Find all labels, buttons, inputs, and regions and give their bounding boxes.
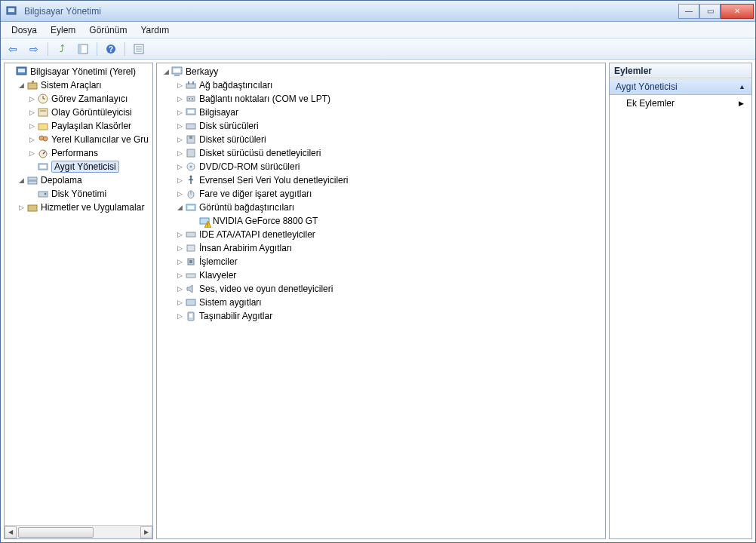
close-button[interactable]: ✕	[721, 4, 754, 19]
hscroll-thumb[interactable]	[18, 527, 94, 538]
properties-button[interactable]	[130, 41, 148, 57]
show-hide-tree-button[interactable]	[74, 41, 92, 57]
expand-toggle[interactable]: ▷	[175, 189, 184, 198]
expand-toggle[interactable]: ▷	[27, 108, 36, 117]
help-button[interactable]: ?	[102, 41, 120, 57]
menu-help[interactable]: Yardım	[134, 23, 175, 37]
expand-toggle[interactable]: ▷	[17, 203, 26, 212]
expand-toggle[interactable]: ▷	[175, 81, 184, 90]
collapse-toggle[interactable]: ◢	[175, 203, 184, 212]
device-cat-cpu[interactable]: ▷İşlemciler	[157, 255, 605, 268]
tree-label: Taşınabilir Aygıtlar	[199, 311, 272, 321]
tree-storage[interactable]: ◢ Depolama	[5, 173, 152, 187]
device-cat-keyboard[interactable]: ▷Klavyeler	[157, 268, 605, 282]
window-controls: — ▭ ✕	[678, 4, 754, 19]
device-cat-floppy[interactable]: ▷Disket sürücüleri	[157, 133, 605, 146]
expand-toggle[interactable]: ▷	[175, 284, 184, 293]
tree-label: DVD/CD-ROM sürücüleri	[199, 161, 300, 172]
toolbar: ⇦ ⇨ ⤴ ?	[1, 38, 755, 60]
device-cat-display[interactable]: ◢Görüntü bağdaştırıcıları	[157, 201, 605, 214]
expand-toggle[interactable]: ▷	[175, 162, 184, 171]
device-cat-hid[interactable]: ▷İnsan Arabirim Aygıtları	[157, 241, 605, 255]
tree-root-computer-management[interactable]: Bilgisayar Yönetimi (Yerel)	[5, 65, 152, 78]
device-display-nvidia[interactable]: !NVIDIA GeForce 8800 GT	[157, 214, 605, 228]
expand-toggle[interactable]: ▷	[175, 149, 184, 158]
tree-device-manager[interactable]: Aygıt Yöneticisi	[5, 160, 152, 173]
toolbar-separator	[48, 42, 48, 56]
minimize-button[interactable]: —	[678, 4, 699, 19]
expand-toggle[interactable]: ▷	[27, 135, 36, 144]
svg-text:?: ?	[109, 45, 113, 54]
console-tree-pane: Bilgisayar Yönetimi (Yerel) ◢ Sistem Ara…	[4, 63, 153, 539]
device-cat-computer[interactable]: ▷Bilgisayar	[157, 106, 605, 119]
device-cat-disk-drives[interactable]: ▷Disk sürücüleri	[157, 119, 605, 133]
expand-toggle[interactable]: ▷	[175, 311, 184, 321]
tree-event-viewer[interactable]: ▷ Olay Görüntüleyicisi	[5, 106, 152, 119]
device-root[interactable]: ◢ Berkayy	[157, 65, 605, 78]
actions-section-device-manager[interactable]: Aygıt Yöneticisi ▲	[610, 78, 751, 95]
svg-rect-1	[8, 8, 14, 12]
keyboard-icon	[185, 269, 197, 281]
collapse-toggle[interactable]: ◢	[17, 81, 26, 90]
device-cat-dvd[interactable]: ▷DVD/CD-ROM sürücüleri	[157, 160, 605, 173]
expand-toggle[interactable]: ▷	[27, 149, 36, 158]
expand-toggle[interactable]: ▷	[175, 271, 184, 280]
expand-toggle[interactable]: ▷	[27, 94, 36, 103]
expand-toggle[interactable]: ▷	[175, 230, 184, 239]
content: Bilgisayar Yönetimi (Yerel) ◢ Sistem Ara…	[1, 60, 755, 542]
device-cat-ide[interactable]: ▷IDE ATA/ATAPI denetleyiciler	[157, 228, 605, 241]
expand-toggle[interactable]	[6, 67, 15, 76]
svg-rect-60	[186, 274, 195, 278]
tree-label: Sistem aygıtları	[199, 297, 262, 308]
tree-services-apps[interactable]: ▷ Hizmetler ve Uygulamalar	[5, 201, 152, 214]
expand-toggle[interactable]: ▷	[175, 121, 184, 130]
expand-toggle[interactable]: ▷	[27, 121, 36, 130]
actions-header-label: Eylemler	[614, 66, 652, 76]
svg-rect-62	[186, 299, 195, 305]
device-cat-sound[interactable]: ▷Ses, video ve oyun denetleyicileri	[157, 282, 605, 296]
expand-toggle[interactable]: ▷	[175, 244, 184, 253]
sound-icon	[185, 283, 197, 295]
svg-point-39	[192, 98, 193, 100]
tree-disk-management[interactable]: Disk Yönetimi	[5, 187, 152, 201]
tree-system-tools[interactable]: ◢ Sistem Araçları	[5, 78, 152, 92]
tree-label: Klavyeler	[199, 270, 236, 281]
device-cat-sys-devices[interactable]: ▷Sistem aygıtları	[157, 296, 605, 309]
expand-toggle[interactable]: ▷	[175, 135, 184, 144]
device-cat-floppy-ctrl[interactable]: ▷Disket sürücüsü denetleyicileri	[157, 146, 605, 160]
expand-toggle[interactable]: ▷	[175, 176, 184, 185]
nav-back-button[interactable]: ⇦	[4, 41, 22, 57]
collapse-toggle[interactable]: ◢	[161, 67, 171, 76]
tree-shared-folders[interactable]: ▷ Paylaşılan Klasörler	[5, 119, 152, 133]
tree-performance[interactable]: ▷ Performans	[5, 146, 152, 160]
device-cat-usb[interactable]: ▷Evrensel Seri Veri Yolu denetleyicileri	[157, 173, 605, 187]
no-toggle	[189, 216, 198, 225]
tree-local-users[interactable]: ▷ Yerel Kullanıcılar ve Gru	[5, 133, 152, 146]
svg-rect-56	[186, 232, 195, 237]
expand-toggle[interactable]	[27, 189, 36, 198]
menu-view[interactable]: Görünüm	[83, 23, 133, 37]
expand-toggle[interactable]: ▷	[175, 108, 184, 117]
nav-forward-button[interactable]: ⇨	[25, 41, 43, 57]
device-cat-portable[interactable]: ▷Taşınabilir Aygıtlar	[157, 309, 605, 323]
device-cat-ports[interactable]: ▷Bağlantı noktaları (COM ve LPT)	[157, 92, 605, 106]
expand-toggle[interactable]	[27, 162, 36, 171]
device-cat-mice[interactable]: ▷Fare ve diğer işaret aygıtları	[157, 187, 605, 201]
tree-task-scheduler[interactable]: ▷ Görev Zamanlayıcı	[5, 92, 152, 106]
expand-toggle[interactable]: ▷	[175, 257, 184, 266]
expand-toggle[interactable]: ▷	[175, 94, 184, 103]
up-button[interactable]: ⤴	[53, 41, 71, 57]
tree-label: Depolama	[41, 175, 82, 186]
maximize-button[interactable]: ▭	[699, 4, 721, 19]
actions-more-actions[interactable]: Ek Eylemler ▶	[610, 95, 751, 112]
hscroll-right-btn[interactable]: ▶	[140, 526, 152, 538]
toolbar-separator-3	[124, 42, 125, 56]
tree-label: Disket sürücüsü denetleyicileri	[199, 148, 321, 158]
hscroll-left-btn[interactable]: ◀	[5, 526, 17, 538]
expand-toggle[interactable]: ▷	[175, 298, 184, 307]
menu-file[interactable]: Dosya	[5, 23, 43, 37]
menu-action[interactable]: Eylem	[45, 23, 81, 37]
device-cat-network[interactable]: ▷Ağ bağdaştırıcıları	[157, 78, 605, 92]
collapse-toggle[interactable]: ◢	[17, 176, 26, 185]
tree-label: Yerel Kullanıcılar ve Gru	[51, 134, 149, 145]
